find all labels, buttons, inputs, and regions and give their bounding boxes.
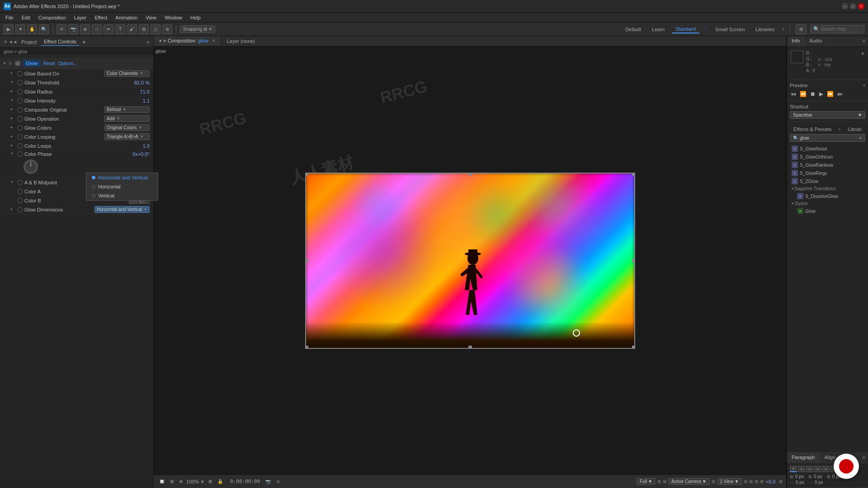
menu-help[interactable]: Help xyxy=(187,14,204,21)
handle-mb[interactable] xyxy=(468,346,472,349)
workspace-standard[interactable]: Standard xyxy=(672,25,699,33)
comp-lock-btn[interactable]: 🔒 xyxy=(216,478,225,485)
effect-expand-arrow[interactable]: ▾ xyxy=(4,61,6,66)
tool-pointer[interactable]: ✦ xyxy=(15,24,25,34)
comp-magnet-btn[interactable]: 🔲 xyxy=(157,478,166,485)
expand-glow-based-on[interactable]: ▸ xyxy=(11,71,16,76)
minimize-button[interactable]: ─ xyxy=(842,3,848,9)
prev-play-btn[interactable]: ▶ xyxy=(818,90,824,98)
justify-center-btn[interactable]: ≡ xyxy=(822,466,830,472)
menu-edit[interactable]: Edit xyxy=(18,14,34,21)
align-left-btn[interactable]: ≡ xyxy=(790,466,797,472)
effects-search-input[interactable] xyxy=(800,136,859,141)
prev-forward-btn[interactable]: ⏩ xyxy=(826,90,835,98)
time-offset[interactable]: +0.0 xyxy=(765,479,775,484)
menu-effect[interactable]: Effect xyxy=(91,14,111,21)
tool-pen[interactable]: ✒ xyxy=(104,24,113,34)
expand-glow-threshold[interactable]: ▾ xyxy=(11,80,16,85)
workspace-libraries[interactable]: Libraries xyxy=(752,26,778,33)
rp-menu-btn[interactable]: ≡ xyxy=(860,36,868,47)
menu-window[interactable]: Window xyxy=(161,14,186,21)
snapping-toggle[interactable]: Snapping ⊞ ✕ xyxy=(180,25,215,33)
expand-glow-dimensions[interactable]: ▸ xyxy=(11,207,16,212)
handle-mt[interactable] xyxy=(468,173,472,176)
comp-timecode[interactable]: 0:00:00:00 xyxy=(230,479,260,484)
expand-composite-original[interactable]: ▸ xyxy=(11,107,16,113)
expand-glow-intensity[interactable]: ▾ xyxy=(11,98,16,103)
color-looping-dropdown[interactable]: Triangle A>B>A ▼ xyxy=(104,133,150,140)
workspace-default[interactable]: Default xyxy=(622,26,645,33)
dd-option-horizontal[interactable]: Horizontal xyxy=(86,182,158,191)
dd-option-horizontal-vertical[interactable]: Horizontal and Vertical xyxy=(86,173,158,182)
options-button[interactable]: Options... xyxy=(58,61,77,66)
toolbar-grid-btn[interactable]: ⊞ xyxy=(796,24,807,34)
expand-color-loops[interactable]: ▸ xyxy=(11,143,16,149)
tab-project[interactable]: Project xyxy=(19,38,39,46)
handle-tl[interactable] xyxy=(305,173,308,176)
align-right-btn[interactable]: ≡ xyxy=(806,466,813,472)
handle-tr[interactable] xyxy=(632,173,635,176)
project-panel-close[interactable]: ✕ xyxy=(4,39,7,44)
tab-effect-controls[interactable]: Effect Controls xyxy=(41,38,79,46)
effect-item-gloworthicon[interactable]: S S_GlowOrthicon xyxy=(790,153,865,161)
rp-tab-paragraph[interactable]: Paragraph xyxy=(787,453,820,463)
effect-item-zglow[interactable]: S S_ZGlow xyxy=(790,177,865,185)
comp-transparency-btn[interactable]: ⊙ xyxy=(274,478,282,485)
menu-view[interactable]: View xyxy=(142,14,160,21)
handle-br[interactable] xyxy=(632,346,635,349)
prop-value-glow-threshold[interactable]: 82.0 % xyxy=(134,80,150,85)
handle-mr[interactable] xyxy=(632,259,635,263)
glow-based-on-dropdown[interactable]: Color Channels ▼ xyxy=(104,70,150,77)
tool-anchor[interactable]: ⊕ xyxy=(80,24,90,34)
tool-stamp[interactable]: ⊞ xyxy=(139,24,149,34)
category-stylize[interactable]: ▾ Stylize xyxy=(790,200,865,207)
category-sapphire-transitions[interactable]: ▾ Sapphire Transitions xyxy=(790,185,865,192)
expand-panel-btn[interactable]: ⊞ xyxy=(779,479,783,484)
margin-right-val[interactable]: 0 px xyxy=(814,474,822,479)
comp-tab-close[interactable]: ✕ xyxy=(212,38,216,43)
expand-glow-radius[interactable]: ▸ xyxy=(11,89,16,94)
menu-animation[interactable]: Animation xyxy=(112,14,141,21)
menu-file[interactable]: File xyxy=(2,14,17,21)
comp-resolution-btn[interactable]: ⊞ xyxy=(207,478,214,485)
glow-colors-dropdown[interactable]: Original Colors ▼ xyxy=(104,124,150,131)
record-button[interactable] xyxy=(834,454,859,479)
tool-eraser[interactable]: ◻ xyxy=(151,24,160,34)
zoom-arrow[interactable]: ▼ xyxy=(200,479,205,484)
effect-item-dissolveglow[interactable]: S S_DissolveGlow xyxy=(790,192,865,200)
effect-item-glownoise[interactable]: S S_GlowNoise xyxy=(790,145,865,153)
handle-bl[interactable] xyxy=(305,346,308,349)
expand-ab-midpoint[interactable]: ▾ xyxy=(11,180,16,185)
handle-ml[interactable] xyxy=(305,259,308,263)
tool-puppet[interactable]: ⊛ xyxy=(162,24,172,34)
effect-item-glowrainbow[interactable]: S S_GlowRainbow xyxy=(790,161,865,169)
expand-glow-operation[interactable]: ▸ xyxy=(11,116,16,122)
tool-hand[interactable]: ✋ xyxy=(27,24,37,34)
comp-snapshot-btn[interactable]: 📷 xyxy=(264,478,273,485)
justify-left-btn[interactable]: ≡ xyxy=(814,466,821,472)
menu-layer[interactable]: Layer xyxy=(71,14,90,21)
color-add-btn[interactable]: + xyxy=(861,51,864,74)
para-menu-btn[interactable]: ≡ xyxy=(860,453,868,463)
effects-presets-menu[interactable]: ≡ xyxy=(839,127,841,131)
effects-clear-btn[interactable]: ✕ xyxy=(859,136,862,141)
comp-safe-zones-btn[interactable]: ⊞ xyxy=(168,478,175,485)
prop-value-color-loops[interactable]: 1.0 xyxy=(143,143,150,149)
preview-menu[interactable]: ≡ xyxy=(863,83,865,88)
libraries-label[interactable]: Librari xyxy=(848,127,862,132)
tool-rotate[interactable]: ↺ xyxy=(57,24,66,34)
rp-tab-info[interactable]: Info xyxy=(787,36,805,47)
tool-camera[interactable]: 📷 xyxy=(68,24,78,34)
camera-dropdown[interactable]: Active Camera ▼ xyxy=(668,478,709,485)
comp-grid-btn[interactable]: ⊛ xyxy=(177,478,184,485)
expand-color-looping[interactable]: ▸ xyxy=(11,134,16,140)
workspace-smallscreen[interactable]: Small Screen xyxy=(712,26,748,33)
menu-composition[interactable]: Composition xyxy=(35,14,70,21)
left-panel-menu[interactable]: ≡ xyxy=(147,39,150,45)
tool-zoom[interactable]: 🔍 xyxy=(39,24,49,34)
composite-dropdown[interactable]: Behind ▼ xyxy=(104,106,150,113)
glow-operation-dropdown[interactable]: Add ▼ xyxy=(104,115,150,122)
shortcuts-dropdown[interactable]: Spacebar ▼ xyxy=(790,111,865,119)
align-center-btn[interactable]: ≡ xyxy=(798,466,805,472)
rp-tab-audio[interactable]: Audio xyxy=(805,36,827,47)
